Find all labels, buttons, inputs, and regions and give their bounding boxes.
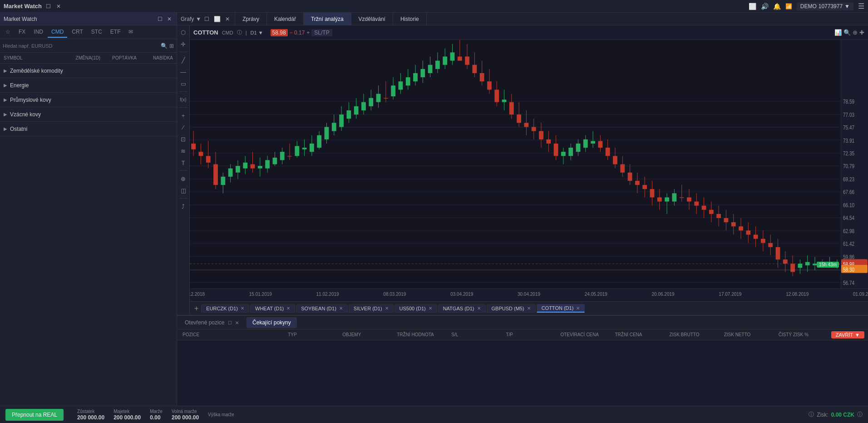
zoom-out-btn[interactable]: 🔍	[843, 29, 851, 36]
panel-controls: ☐ ✕	[156, 15, 173, 23]
close-open-positions-tab[interactable]: ☐	[228, 320, 232, 325]
group-agricultural[interactable]: ▶ Zemědělské komodity	[0, 64, 177, 78]
chart-area: ⬡ ✛ ╱ — ▭ f(x) + ⁄ ⊡ ≋ T ⊕ ◫ ⤴	[177, 25, 868, 315]
demo-balance: 10773977	[819, 3, 843, 10]
close-wheat-tab[interactable]: ✕	[286, 306, 290, 311]
group-arrow-energy: ▶	[4, 83, 7, 88]
chart-tab-us500[interactable]: US500 (D1) ✕	[395, 304, 437, 313]
group-precious-metals[interactable]: ▶ Vzácné kovy	[0, 107, 177, 122]
svg-rect-33	[251, 164, 255, 169]
fx-tool[interactable]: f(x)	[178, 95, 188, 105]
tab-vzdelavani[interactable]: Vzdělávání	[351, 13, 393, 25]
panel-close-btn[interactable]: ✕	[166, 15, 173, 23]
close-soybean-tab[interactable]: ✕	[339, 306, 343, 311]
horizontal-tool[interactable]: —	[178, 67, 188, 77]
close-silver-tab[interactable]: ✕	[385, 306, 389, 311]
chart-tab-silver[interactable]: SILVER (D1) ✕	[349, 304, 394, 313]
timeframe-separator: |	[246, 30, 247, 35]
footer-settings-icon[interactable]: ⓘ	[857, 411, 863, 418]
th-trzni-hodnota: TRŽNÍ HODNOTA	[395, 332, 449, 337]
text-tool[interactable]: T	[178, 158, 188, 168]
toolbar-separator-2	[179, 91, 187, 92]
svg-rect-165	[739, 226, 743, 230]
line-tool[interactable]: ╱	[178, 55, 188, 65]
svg-rect-167	[746, 230, 750, 234]
tab-stc[interactable]: STC	[88, 27, 106, 38]
tab-ind[interactable]: IND	[30, 27, 47, 38]
zoom-in-btn[interactable]: ⊕	[853, 29, 858, 36]
close-gbpusd-tab[interactable]: ✕	[527, 306, 531, 311]
search-icon[interactable]: 🔍	[161, 43, 168, 49]
tab-cmd[interactable]: CMD	[48, 27, 67, 38]
close-us500-tab[interactable]: ✕	[429, 306, 432, 311]
switch-real-btn[interactable]: Přepnout na REAL	[5, 409, 64, 421]
chart-info-icon[interactable]: ⓘ	[237, 29, 242, 36]
open-positions-tab[interactable]: Otevřené pozice ☐ ✕	[179, 317, 245, 328]
group-arrow-agricultural: ▶	[4, 68, 7, 73]
svg-text:58.30: 58.30	[843, 267, 854, 273]
grafy-close-btn[interactable]: ✕	[224, 15, 231, 23]
tab-fx[interactable]: FX	[15, 27, 29, 38]
add-tool[interactable]: +	[178, 110, 188, 120]
close-eurczk-tab[interactable]: ✕	[241, 306, 244, 311]
nav-tabs: Zprávy Kalendář Tržní analýza Vzdělávání…	[235, 13, 868, 25]
tab-historie[interactable]: Historie	[393, 13, 427, 25]
group-industrial-metals[interactable]: ▶ Průmyslové kovy	[0, 93, 177, 107]
minimize-btn[interactable]: ☐	[44, 2, 52, 10]
crosshair-tool[interactable]: ✛	[178, 39, 188, 49]
demo-account-badge[interactable]: DEMO 10773977 ▼	[797, 2, 853, 10]
channel-tool[interactable]: ≋	[178, 146, 188, 156]
chart-timeframe[interactable]: D1 ▼	[251, 30, 263, 35]
cursor-tool[interactable]: ⬡	[178, 27, 188, 37]
sl-tp-btn[interactable]: SL/TP	[311, 29, 332, 36]
chart-tab-cotton[interactable]: COTTON (D1) ✕	[537, 304, 585, 313]
layers-tool[interactable]: ◫	[178, 185, 188, 195]
chart-tab-natgas[interactable]: NATGAS (D1) ✕	[438, 304, 486, 313]
pending-orders-tab[interactable]: Čekající pokyny	[247, 317, 297, 328]
close-natgas-tab[interactable]: ✕	[477, 306, 481, 311]
tab-star[interactable]: ☆	[2, 27, 14, 38]
close-cotton-tab[interactable]: ✕	[576, 306, 580, 311]
close-btn[interactable]: ✕	[55, 2, 62, 10]
tab-zpravy[interactable]: Zprávy	[235, 13, 267, 25]
chart-symbol-tabs: + EURCZK (D1) ✕ WHEAT (D1) ✕ SOYBEAN (D1…	[190, 301, 868, 315]
share-tool[interactable]: ⤴	[178, 201, 188, 211]
footer-volna-marze: Volná marže 200 000.00	[172, 409, 199, 421]
column-headers: SYMBOL ZMĚNA(1D) POPTÁVKA NABÍDKA	[0, 53, 177, 64]
rect-tool[interactable]: ▭	[178, 79, 188, 89]
panel-minimize-btn[interactable]: ☐	[156, 15, 164, 23]
chart-tab-soybean[interactable]: SOYBEAN (D1) ✕	[296, 304, 348, 313]
more-tools-btn[interactable]: ✚	[859, 29, 864, 36]
grafy-expand-btn[interactable]: ⬜	[212, 15, 222, 23]
svg-rect-169	[754, 234, 758, 239]
search-input[interactable]	[3, 43, 159, 49]
tab-crt[interactable]: CRT	[68, 27, 86, 38]
tab-trzni-analyza[interactable]: Tržní analýza	[304, 13, 351, 25]
hamburger-menu[interactable]: ☰	[858, 2, 864, 10]
group-other[interactable]: ▶ Ostatní	[0, 122, 177, 136]
profit-info-icon[interactable]: ⓘ	[809, 411, 814, 418]
svg-rect-81	[428, 65, 433, 73]
measure-tool[interactable]: ⊡	[178, 134, 188, 144]
tab-etf[interactable]: ETF	[107, 27, 124, 38]
chart-tab-eurczk[interactable]: EURCZK (D1) ✕	[201, 304, 249, 313]
group-energy[interactable]: ▶ Energie	[0, 78, 177, 93]
close-positions-tab-x[interactable]: ✕	[235, 320, 239, 325]
svg-rect-127	[598, 141, 603, 148]
compare-btn[interactable]: 📊	[834, 29, 842, 36]
tab-kalendar[interactable]: Kalendář	[267, 13, 304, 25]
indicator-tool[interactable]: ⊕	[178, 174, 188, 184]
chart-tab-gbpusd[interactable]: GBPUSD (M5) ✕	[487, 304, 536, 313]
toolbar-separator-5	[179, 198, 187, 199]
draw-line-tool[interactable]: ⁄	[178, 122, 188, 132]
grafy-minimize-btn[interactable]: ☐	[203, 15, 211, 23]
footer: Přepnout na REAL Zůstatek 200 000.00 Maj…	[0, 406, 868, 423]
grafy-dropdown[interactable]: Grafy ▼ ☐ ⬜ ✕	[177, 13, 235, 25]
list-view-icon[interactable]: ⊞	[169, 43, 174, 49]
chart-tab-wheat[interactable]: WHEAT (D1) ✕	[250, 304, 295, 313]
close-all-btn[interactable]: ZAVŘÍT ▼	[831, 331, 864, 338]
svg-rect-97	[487, 81, 492, 90]
add-chart-btn[interactable]: +	[192, 304, 201, 313]
candlestick-chart[interactable]: 15h 43m	[190, 40, 841, 289]
tab-envelope[interactable]: ✉	[125, 27, 137, 38]
